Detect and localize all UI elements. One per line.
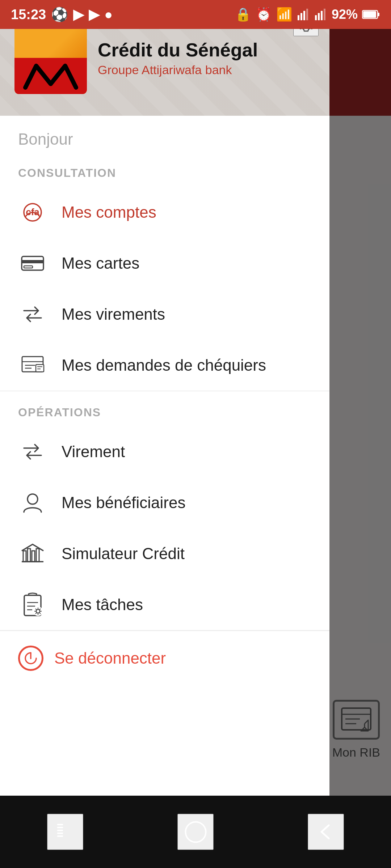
svg-rect-44 [57, 830, 63, 831]
status-right: 🔒 ⏰ 📶 92% [235, 7, 380, 22]
dot-icon: ● [104, 7, 113, 22]
virement-icon [18, 437, 47, 466]
status-bar: 15:23 ⚽ ▶ ▶ ● 🔒 ⏰ 📶 92% [0, 0, 391, 29]
greeting-text: Bonjour [0, 116, 329, 152]
svg-rect-15 [378, 13, 379, 16]
svg-rect-21 [24, 266, 33, 268]
menu-label-beneficiaires: Mes bénéficiaires [62, 494, 185, 512]
wifi-icon: 📶 [276, 7, 293, 22]
lock-icon: 🔒 [235, 7, 251, 22]
bank-title: Crédit du Sénégal [98, 39, 258, 61]
battery-icon [362, 9, 380, 20]
battery-label: 92% [332, 7, 358, 22]
svg-rect-46 [57, 835, 63, 837]
menu-item-mes-comptes[interactable]: cfa Mes comptes [0, 187, 329, 238]
logout-icon [18, 646, 43, 671]
svg-rect-31 [28, 549, 30, 562]
svg-point-47 [185, 822, 206, 842]
bank-logo: Crédit du Sénégal Groupe Attijariwafa ba… [14, 22, 258, 94]
youtube-icon2: ▶ [89, 7, 99, 22]
menu-item-simulateur[interactable]: Simulateur Crédit [0, 528, 329, 579]
menu-label-mes-demandes: Mes demandes de chéquiers [62, 356, 266, 374]
beneficiaires-icon [18, 488, 47, 517]
svg-rect-11 [318, 13, 320, 20]
signal-icon1 [297, 8, 310, 21]
menu-label-mes-comptes: Mes comptes [62, 203, 156, 221]
status-left: 15:23 ⚽ ▶ ▶ ● [11, 7, 113, 22]
soccer-icon: ⚽ [51, 7, 68, 22]
svg-rect-33 [36, 549, 39, 562]
section-operations-label: OPÉRATIONS [0, 391, 329, 426]
logout-button[interactable]: Se déconnecter [0, 631, 329, 685]
svg-point-29 [28, 494, 38, 504]
chequiers-icon [18, 351, 47, 380]
home-button[interactable] [177, 814, 214, 850]
alarm-icon: ⏰ [256, 7, 272, 22]
menu-item-beneficiaires[interactable]: Mes bénéficiaires [0, 477, 329, 528]
svg-rect-9 [306, 9, 308, 20]
simulateur-icon [18, 539, 47, 568]
menu-label-mes-cartes: Mes cartes [62, 254, 139, 272]
svg-rect-43 [57, 827, 63, 828]
bank-subtitle-accent: bank [205, 63, 232, 77]
svg-rect-10 [315, 15, 317, 20]
menu-item-taches[interactable]: Mes tâches [0, 579, 329, 631]
svg-rect-20 [22, 260, 43, 263]
bank-subtitle-text: Groupe Attijariwafa [98, 63, 202, 77]
back-button[interactable] [308, 814, 344, 850]
virements-icon [18, 300, 47, 329]
menu-label-simulateur: Simulateur Crédit [62, 545, 185, 563]
recents-button[interactable] [47, 814, 83, 850]
bottom-nav [0, 796, 391, 868]
svg-rect-8 [303, 11, 305, 20]
drawer-menu-content: Bonjour CONSULTATION cfa Mes comptes [0, 116, 329, 796]
logout-label: Se déconnecter [54, 649, 166, 667]
bank-name-text: Crédit du Sénégal Groupe Attijariwafa ba… [98, 39, 258, 77]
menu-item-mes-demandes[interactable]: Mes demandes de chéquiers [0, 340, 329, 391]
signal-icon2 [314, 8, 327, 21]
youtube-icon1: ▶ [73, 7, 84, 22]
menu-item-mes-cartes[interactable]: Mes cartes [0, 238, 329, 289]
menu-item-mes-virements[interactable]: Mes virements [0, 289, 329, 340]
taches-icon [18, 590, 47, 619]
drawer: Crédit du Sénégal Groupe Attijariwafa ba… [0, 0, 329, 796]
svg-rect-12 [321, 11, 323, 20]
comptes-icon: cfa [18, 198, 47, 227]
cartes-icon [18, 249, 47, 278]
svg-rect-7 [300, 13, 302, 20]
svg-rect-26 [36, 365, 44, 372]
svg-rect-13 [324, 9, 325, 20]
menu-label-taches: Mes tâches [62, 596, 143, 614]
svg-rect-32 [32, 551, 35, 562]
bank-logo-image [14, 22, 87, 94]
svg-rect-45 [57, 833, 63, 834]
svg-rect-30 [23, 551, 26, 562]
menu-label-mes-virements: Mes virements [62, 305, 165, 323]
time: 15:23 [11, 7, 46, 22]
menu-item-virement[interactable]: Virement [0, 426, 329, 477]
svg-rect-16 [363, 11, 376, 18]
bank-subtitle: Groupe Attijariwafa bank [98, 63, 258, 77]
svg-rect-6 [298, 15, 299, 20]
svg-rect-42 [57, 824, 63, 825]
section-consultation-label: CONSULTATION [0, 152, 329, 187]
menu-label-virement: Virement [62, 443, 125, 461]
